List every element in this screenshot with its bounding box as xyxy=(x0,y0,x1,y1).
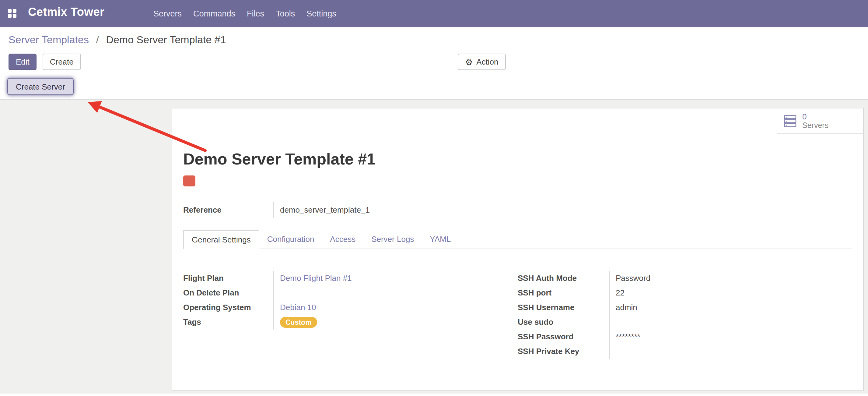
ssh-password-label: SSH Password xyxy=(518,330,609,344)
breadcrumb-current: Demo Server Template #1 xyxy=(106,34,226,46)
menu-item-commands[interactable]: Commands xyxy=(193,9,235,18)
ssh-password-value: ******** xyxy=(609,330,852,344)
notebook-tabs: General Settings Configuration Access Se… xyxy=(183,230,852,249)
form-columns: Flight Plan Demo Flight Plan #1 On Delet… xyxy=(183,249,852,359)
ssh-username-label: SSH Username xyxy=(518,300,609,315)
gear-icon: ⚙ xyxy=(465,58,473,66)
stat-button-box: 0 Servers xyxy=(172,108,863,134)
tab-server-logs[interactable]: Server Logs xyxy=(363,230,422,249)
ssh-password-row: SSH Password ******** xyxy=(518,330,852,344)
use-sudo-value xyxy=(609,315,852,330)
use-sudo-label: Use sudo xyxy=(518,315,609,330)
operating-system-row: Operating System Debian 10 xyxy=(183,300,518,315)
brand-title: Cetmix Tower xyxy=(28,5,104,19)
operating-system-value-link[interactable]: Debian 10 xyxy=(280,303,316,312)
flight-plan-label: Flight Plan xyxy=(183,271,273,286)
servers-count-label: Servers xyxy=(802,121,829,130)
menu-item-servers[interactable]: Servers xyxy=(153,9,182,18)
use-sudo-row: Use sudo xyxy=(518,315,852,330)
edit-button[interactable]: Edit xyxy=(8,54,37,70)
tab-access[interactable]: Access xyxy=(322,230,363,249)
ssh-private-key-row: SSH Private Key xyxy=(518,344,852,359)
tags-row: Tags Custom xyxy=(183,315,518,330)
sub-toolbar: Create Server xyxy=(0,70,868,99)
on-delete-plan-label: On Delete Plan xyxy=(183,286,273,300)
on-delete-plan-row: On Delete Plan xyxy=(183,286,518,300)
ssh-private-key-value xyxy=(609,344,852,359)
menu-item-settings[interactable]: Settings xyxy=(307,9,336,18)
reference-value: demo_server_template_1 xyxy=(273,202,852,218)
ssh-auth-mode-label: SSH Auth Mode xyxy=(518,271,609,286)
create-server-button[interactable]: Create Server xyxy=(7,78,74,95)
servers-count: 0 xyxy=(802,112,829,121)
breadcrumb-separator: / xyxy=(96,34,99,46)
form-column-right: SSH Auth Mode Password SSH port 22 SSH U… xyxy=(518,271,852,359)
reference-field-row: Reference demo_server_template_1 xyxy=(183,202,852,218)
content-area: 0 Servers Demo Server Template #1 Refere… xyxy=(0,99,868,394)
action-button-label: Action xyxy=(476,57,498,67)
page: Cetmix Tower Servers Commands Files Tool… xyxy=(0,0,868,396)
form-sheet: Demo Server Template #1 Reference demo_s… xyxy=(172,150,863,359)
server-stack-icon xyxy=(783,115,797,127)
tab-yaml[interactable]: YAML xyxy=(422,230,459,249)
color-swatch xyxy=(183,175,195,187)
record-title: Demo Server Template #1 xyxy=(183,150,852,168)
menu-item-tools[interactable]: Tools xyxy=(276,9,295,18)
ssh-port-value: 22 xyxy=(609,286,852,300)
breadcrumb: Server Templates / Demo Server Template … xyxy=(0,27,868,49)
breadcrumb-link-server-templates[interactable]: Server Templates xyxy=(8,34,89,46)
apps-grid-icon[interactable] xyxy=(8,9,17,18)
toolbar: Edit Create ⚙ Action xyxy=(0,49,868,70)
tags-label: Tags xyxy=(183,315,273,330)
ssh-auth-mode-value: Password xyxy=(609,271,852,286)
top-nav: Cetmix Tower Servers Commands Files Tool… xyxy=(0,0,868,27)
ssh-auth-mode-row: SSH Auth Mode Password xyxy=(518,271,852,286)
create-button[interactable]: Create xyxy=(42,54,81,70)
main-menu: Servers Commands Files Tools Settings xyxy=(153,0,336,27)
menu-item-files[interactable]: Files xyxy=(247,9,264,18)
operating-system-label: Operating System xyxy=(183,300,273,315)
ssh-username-row: SSH Username admin xyxy=(518,300,852,315)
tag-badge-custom: Custom xyxy=(280,317,317,328)
ssh-port-row: SSH port 22 xyxy=(518,286,852,300)
on-delete-plan-value xyxy=(273,286,518,300)
flight-plan-value-link[interactable]: Demo Flight Plan #1 xyxy=(280,274,352,283)
ssh-port-label: SSH port xyxy=(518,286,609,300)
reference-label: Reference xyxy=(183,202,273,218)
ssh-private-key-label: SSH Private Key xyxy=(518,344,609,359)
form-column-left: Flight Plan Demo Flight Plan #1 On Delet… xyxy=(183,271,518,359)
ssh-username-value: admin xyxy=(609,300,852,315)
action-button[interactable]: ⚙ Action xyxy=(458,54,505,70)
servers-stat-button[interactable]: 0 Servers xyxy=(777,108,863,134)
tab-configuration[interactable]: Configuration xyxy=(259,230,322,249)
flight-plan-row: Flight Plan Demo Flight Plan #1 xyxy=(183,271,518,286)
tab-general-settings[interactable]: General Settings xyxy=(183,230,259,249)
form-card: 0 Servers Demo Server Template #1 Refere… xyxy=(172,108,864,391)
